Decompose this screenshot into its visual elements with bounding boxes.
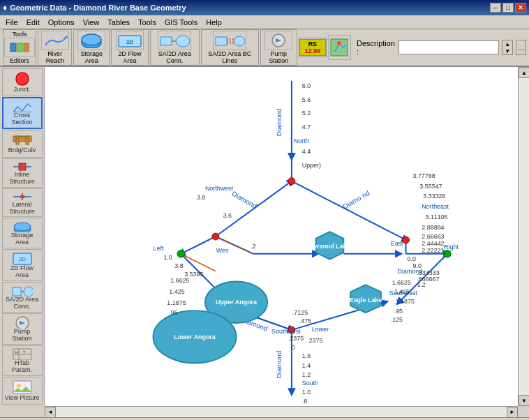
scroll-right-button[interactable]: ► — [507, 407, 518, 418]
sidebar-item-saconn[interactable]: SA/2D Area Conn. — [2, 282, 43, 313]
val-6: 6.0 — [302, 82, 311, 89]
val-12: 1.2 — [417, 281, 425, 288]
sidebar-item-junct[interactable]: Junct. — [2, 68, 43, 96]
svg-rect-8 — [161, 37, 172, 45]
svg-line-46 — [292, 181, 406, 240]
river-reach-label: River Reach — [39, 50, 70, 64]
sidebar-item-lateral[interactable]: Lateral Structure — [2, 188, 43, 218]
val-266: 2.66663 — [422, 233, 444, 240]
val-3539: 3.5395 — [184, 271, 203, 278]
desc-scroll-up[interactable]: ▲ — [502, 40, 512, 47]
menu-bar: File Edit Options View Tables Tools GIS … — [0, 15, 529, 29]
rs-button[interactable]: RS 12.99 — [299, 39, 326, 56]
label-southwest: Southwest — [271, 328, 301, 335]
main-area: Junct. Cross Section Brdg/Culv — [0, 67, 529, 406]
svg-text:2D: 2D — [126, 39, 133, 45]
svg-point-18 — [337, 41, 341, 45]
sidebar-bridge-label: Brdg/Culv — [8, 147, 36, 154]
scroll-left-button[interactable]: ◄ — [45, 407, 56, 418]
desc-scroll-down[interactable]: ▼ — [502, 47, 512, 54]
val-222: 2.22221 — [422, 247, 444, 254]
tools-icon[interactable] — [4, 38, 35, 57]
menu-file[interactable]: File — [1, 17, 22, 28]
junction-northwest[interactable] — [212, 233, 219, 240]
flow-2d-button[interactable]: 2D — [116, 31, 144, 50]
junction-left[interactable] — [177, 250, 184, 257]
diamond-north-label: Diamond — [275, 109, 283, 137]
bottom-scrollbar: ◄ ► — [45, 406, 518, 417]
pump-station-button[interactable] — [264, 31, 292, 50]
sidebar-item-storage[interactable]: Storage Area — [2, 218, 43, 248]
status-bar: 0.4982, 0.8960 — [0, 417, 529, 420]
scroll-track[interactable] — [519, 78, 529, 395]
sidebar-item-htab[interactable]: H T HTab Param. — [2, 345, 43, 376]
svg-point-35 — [24, 287, 33, 297]
val-10: 1.0 — [163, 254, 172, 261]
sidebar-item-pump[interactable]: Pump Station — [2, 313, 43, 345]
sidebar-item-inline[interactable]: Inline Structure — [2, 158, 43, 188]
menu-options[interactable]: Options — [44, 17, 79, 28]
menu-tools[interactable]: Tools — [134, 17, 161, 28]
menu-tables[interactable]: Tables — [103, 17, 134, 28]
junction-right[interactable] — [444, 250, 451, 257]
menu-edit[interactable]: Edit — [22, 17, 44, 28]
map-button[interactable] — [328, 35, 351, 60]
sidebar-storage-label: Storage Area — [4, 232, 40, 246]
svg-point-30 — [14, 223, 31, 231]
junction-upper[interactable] — [288, 178, 295, 185]
hscroll-track[interactable] — [56, 407, 507, 417]
svg-marker-3 — [64, 36, 68, 38]
val-475: .475 — [299, 317, 311, 324]
rs-value: 12.99 — [302, 47, 323, 54]
menu-gis-tools[interactable]: GIS Tools — [161, 17, 202, 28]
window-title: Geometric Data - Diamond River Base Geom… — [10, 3, 186, 12]
editors-label: Editors — [4, 57, 35, 64]
close-button[interactable]: ✕ — [515, 3, 526, 13]
val-333: 3.33326 — [423, 193, 445, 200]
svg-text:2D: 2D — [18, 256, 25, 262]
sa-conn-group: SA/2D Area Conn. — [150, 29, 200, 66]
flow-2d-group: 2D 2D Flow Area — [111, 29, 148, 66]
river-reach-group: River Reach — [38, 29, 72, 66]
val-44: 4.4 — [302, 148, 311, 155]
label-north: North — [294, 137, 309, 144]
rs-label: RS — [302, 40, 323, 47]
tools-editors-group: Tools Editors — [3, 29, 36, 66]
storage-area-button[interactable] — [77, 31, 105, 50]
tools-label: Tools — [4, 31, 35, 38]
svg-rect-11 — [216, 37, 227, 45]
description-input[interactable] — [398, 40, 499, 54]
sidebar-item-cross-section[interactable]: Cross Section — [2, 97, 43, 129]
val-9: 9.0 — [412, 262, 421, 269]
label-northwest: Northwest — [205, 185, 234, 192]
scroll-up-button[interactable]: ▲ — [519, 67, 529, 78]
val-95-l: .95 — [169, 309, 177, 316]
sidebar-item-picture[interactable]: View Picture — [2, 377, 43, 405]
sidebar-item-2dflow[interactable]: 2D 2D Flow Area — [2, 249, 43, 281]
sidebar-lateral-label: Lateral Structure — [4, 202, 40, 216]
pyramid-lake-label: Pyramid Lake — [309, 243, 350, 250]
sa-conn-button[interactable] — [158, 31, 191, 50]
sa-bc-button[interactable] — [213, 31, 246, 50]
val-dot2: .2 — [251, 243, 255, 250]
maximize-button[interactable]: □ — [502, 3, 514, 13]
title-bar: ♦ Geometric Data - Diamond River Base Ge… — [0, 0, 529, 15]
lower-angora-label: Lower Angora — [174, 333, 216, 340]
sidebar: Junct. Cross Section Brdg/Culv — [0, 67, 45, 406]
right-scrollbar: ▲ ▼ — [518, 67, 529, 406]
val-125: .125 — [391, 316, 403, 323]
junction-northeast[interactable] — [403, 237, 410, 243]
scroll-down-button[interactable]: ▼ — [519, 395, 529, 406]
title-bar-left: ♦ Geometric Data - Diamond River Base Ge… — [3, 3, 186, 13]
label-left: Left — [154, 245, 164, 252]
menu-help[interactable]: Help — [202, 17, 226, 28]
val-0: 0.0 — [408, 255, 416, 262]
canvas-area[interactable]: Diamond Diamo nd Diamond — [45, 67, 518, 406]
minimize-button[interactable]: ─ — [490, 3, 501, 13]
val-10-s: 1.0 — [302, 389, 311, 396]
sidebar-item-bridge[interactable]: Brdg/Culv — [2, 130, 43, 158]
val-upper: Upper) — [302, 162, 321, 169]
desc-extra-button[interactable]: ... — [516, 40, 526, 55]
river-reach-button[interactable] — [41, 31, 69, 50]
menu-view[interactable]: View — [79, 17, 104, 28]
